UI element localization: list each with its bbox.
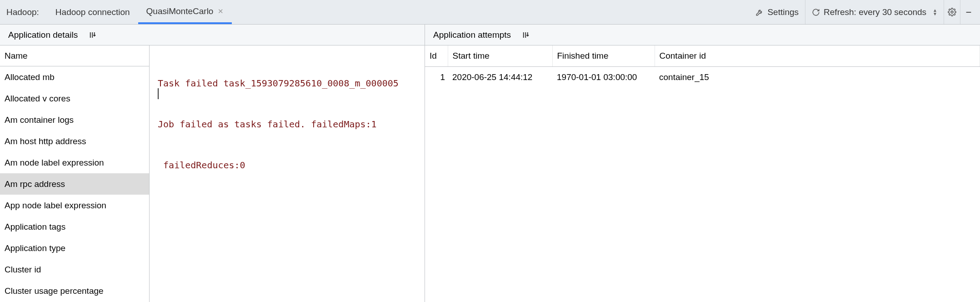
list-item[interactable]: Am node label expression <box>0 152 149 173</box>
list-item[interactable]: Allocated mb <box>0 66 149 88</box>
tab-label: Hadoop connection <box>55 7 130 17</box>
subheader-left: Application details <box>0 25 425 45</box>
log-line: Task failed task_1593079285610_0008_m_00… <box>158 76 416 90</box>
body: Name Allocated mbAllocated v coresAm con… <box>0 45 980 302</box>
text-caret <box>158 88 159 99</box>
wrench-icon <box>755 8 764 16</box>
list-item[interactable]: Am host http address <box>0 131 149 152</box>
list-item[interactable]: App node label expression <box>0 195 149 216</box>
table-row[interactable]: 1 2020-06-25 14:44:12 1970-01-01 03:00:0… <box>425 66 980 88</box>
gear-icon <box>948 8 956 16</box>
toolbar-prefix: Hadoop: <box>4 7 47 17</box>
refresh-icon <box>812 8 820 16</box>
attempts-table: Id Start time Finished time Container id… <box>425 45 980 88</box>
cell-id: 1 <box>425 66 448 88</box>
log-panel[interactable]: Task failed task_1593079285610_0008_m_00… <box>150 45 425 302</box>
settings-button[interactable]: Settings <box>749 0 805 24</box>
cell-container: container_15 <box>655 66 980 88</box>
tab-hadoop-connection[interactable]: Hadoop connection <box>47 0 138 24</box>
list-item[interactable]: Application type <box>0 237 149 259</box>
stepper-icon[interactable]: ▲▼ <box>933 9 937 16</box>
refresh-button[interactable]: Refresh: every 30 seconds ▲▼ <box>805 0 944 24</box>
settings-label: Settings <box>767 7 799 17</box>
minimize-icon <box>965 9 972 16</box>
col-container[interactable]: Container id <box>655 45 980 66</box>
log-line: failedReduces:0 <box>158 158 416 172</box>
subheader: Application details Application attempts <box>0 25 980 45</box>
gear-button[interactable] <box>944 0 960 24</box>
cell-finished: 1970-01-01 03:00:00 <box>552 66 655 88</box>
list-item[interactable]: Am rpc address <box>0 173 149 195</box>
details-column-header[interactable]: Name <box>0 45 149 66</box>
cell-start: 2020-06-25 14:44:12 <box>448 66 552 88</box>
col-start[interactable]: Start time <box>448 45 552 66</box>
attempts-panel: Id Start time Finished time Container id… <box>425 45 980 302</box>
list-item[interactable]: Allocated v cores <box>0 88 149 109</box>
toolbar-left: Hadoop: Hadoop connection QuasiMonteCarl… <box>4 0 749 24</box>
top-toolbar: Hadoop: Hadoop connection QuasiMonteCarl… <box>0 0 980 25</box>
col-finished[interactable]: Finished time <box>552 45 655 66</box>
toolbar-right: Settings Refresh: every 30 seconds ▲▼ <box>749 0 976 24</box>
details-list: Name Allocated mbAllocated v coresAm con… <box>0 45 150 302</box>
list-item[interactable]: Application tags <box>0 216 149 237</box>
log-line: Job failed as tasks failed. failedMaps:1 <box>158 117 416 131</box>
tab-quasimontecarlo[interactable]: QuasiMonteCarlo ✕ <box>138 0 232 24</box>
subheader-right: Application attempts <box>425 25 980 45</box>
close-icon[interactable]: ✕ <box>218 7 224 15</box>
minimize-button[interactable] <box>960 0 976 24</box>
list-item[interactable]: Cluster usage percentage <box>0 280 149 302</box>
col-id[interactable]: Id <box>425 45 448 66</box>
columns-icon[interactable] <box>522 31 530 39</box>
list-item[interactable]: Cluster id <box>0 259 149 280</box>
tab-label: QuasiMonteCarlo <box>146 6 214 16</box>
refresh-label: Refresh: every 30 seconds <box>824 7 926 17</box>
list-item[interactable]: Am container logs <box>0 109 149 131</box>
application-details-tab[interactable]: Application details <box>6 28 80 42</box>
columns-icon[interactable] <box>89 31 97 39</box>
svg-point-0 <box>951 11 953 13</box>
application-attempts-tab[interactable]: Application attempts <box>431 28 513 42</box>
